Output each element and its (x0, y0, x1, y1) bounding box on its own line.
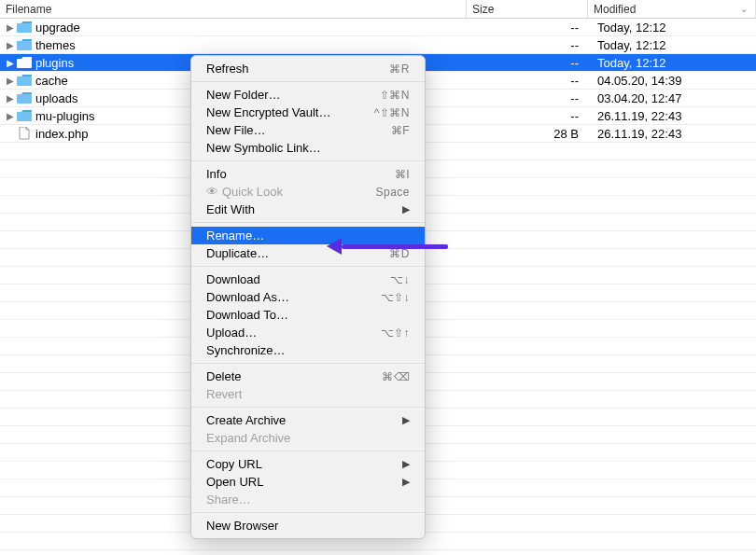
menu-item-label: Open URL (206, 475, 263, 489)
svg-rect-4 (17, 94, 32, 104)
table-row[interactable]: ▶upgrade--Today, 12:12 (0, 19, 756, 36)
menu-item-delete[interactable]: Delete⌘⌫ (191, 368, 425, 385)
menu-item-expand-archive: Expand Archive (191, 429, 425, 447)
menu-item-synchronize[interactable]: Synchronize… (191, 341, 425, 359)
menu-separator (191, 407, 425, 408)
menu-separator (191, 266, 425, 267)
menu-item-label: Revert (206, 387, 242, 401)
menu-item-label: 👁Quick Look (206, 185, 283, 199)
menu-item-edit-with[interactable]: Edit With▶ (191, 201, 425, 218)
menu-item-new-folder[interactable]: New Folder…⇧⌘N (191, 86, 425, 104)
menu-shortcut: ^⇧⌘N (374, 106, 410, 119)
menu-item-label: New File… (206, 123, 266, 137)
menu-item-new-browser[interactable]: New Browser (191, 517, 425, 534)
cell-modified: 04.05.20, 14:39 (588, 74, 756, 88)
cell-filename[interactable]: ▶themes (0, 38, 467, 52)
menu-item-refresh[interactable]: Refresh⌘R (191, 60, 425, 77)
menu-item-open-url[interactable]: Open URL▶ (191, 473, 425, 491)
menu-item-revert: Revert (191, 385, 425, 403)
menu-item-info[interactable]: Info⌘I (191, 165, 425, 183)
menu-separator (191, 451, 425, 451)
header-size[interactable]: Size (467, 0, 588, 18)
folder-icon (17, 56, 32, 69)
menu-item-label: Upload… (206, 326, 257, 340)
header-modified-label: Modified (594, 3, 636, 16)
file-name: upgrade (35, 21, 80, 35)
menu-item-download-to[interactable]: Download To… (191, 306, 425, 324)
menu-item-label: New Encrypted Vault… (206, 105, 330, 119)
menu-shortcut: ⌥⇧↑ (381, 326, 411, 340)
menu-shortcut: ⌘R (389, 62, 410, 76)
folder-icon (17, 91, 32, 104)
svg-rect-5 (17, 112, 32, 121)
menu-item-label: Download As… (206, 290, 289, 304)
column-header: Filename Size Modified ⌄ (0, 0, 756, 19)
header-filename[interactable]: Filename (0, 0, 467, 18)
svg-rect-3 (17, 76, 32, 86)
header-modified[interactable]: Modified ⌄ (588, 0, 756, 18)
menu-separator (191, 512, 425, 513)
disclosure-triangle-icon[interactable]: ▶ (6, 40, 15, 50)
file-name: cache (35, 74, 68, 88)
menu-item-label: Copy URL (206, 457, 262, 471)
cell-modified: 26.11.19, 22:43 (588, 127, 756, 141)
folder-icon (17, 38, 32, 51)
folder-icon (17, 109, 32, 122)
menu-item-create-archive[interactable]: Create Archive▶ (191, 411, 425, 429)
annotation-arrow (327, 239, 448, 254)
cell-size: -- (467, 38, 588, 52)
menu-item-label: New Browser (206, 519, 278, 533)
menu-item-copy-url[interactable]: Copy URL▶ (191, 455, 425, 473)
menu-shortcut: Space (375, 186, 410, 199)
chevron-right-icon: ▶ (402, 476, 410, 488)
cell-modified: Today, 12:12 (588, 21, 756, 35)
menu-item-label: Download To… (206, 308, 288, 322)
menu-item-label: Synchronize… (206, 343, 286, 357)
disclosure-triangle-icon[interactable]: ▶ (6, 58, 15, 68)
menu-item-new-encrypted-vault[interactable]: New Encrypted Vault…^⇧⌘N (191, 104, 425, 121)
menu-item-download-as[interactable]: Download As…⌥⇧↓ (191, 288, 425, 306)
disclosure-triangle-icon[interactable]: ▶ (6, 93, 15, 104)
menu-item-upload[interactable]: Upload…⌥⇧↑ (191, 324, 425, 341)
menu-item-label: Info (206, 167, 227, 181)
folder-icon (17, 21, 32, 34)
svg-rect-2 (17, 59, 32, 68)
cell-size: -- (467, 74, 588, 88)
file-name: themes (35, 38, 76, 52)
menu-item-label: New Folder… (206, 88, 280, 102)
menu-item-new-file[interactable]: New File…⌘F (191, 121, 425, 139)
disclosure-triangle-icon[interactable]: ▶ (6, 22, 15, 33)
menu-item-new-symbolic-link[interactable]: New Symbolic Link… (191, 139, 425, 157)
table-row[interactable]: ▶themes--Today, 12:12 (0, 36, 756, 54)
menu-item-label: Duplicate… (206, 246, 269, 260)
cell-size: 28 B (467, 127, 588, 141)
svg-rect-0 (17, 23, 32, 33)
menu-item-label: Rename… (206, 229, 264, 243)
menu-item-label: Delete (206, 369, 242, 383)
chevron-right-icon: ▶ (402, 203, 410, 215)
file-name: index.php (35, 127, 88, 141)
menu-item-share: Share… (191, 491, 425, 508)
file-name: plugins (35, 56, 74, 70)
chevron-right-icon: ▶ (402, 458, 410, 470)
menu-item-label: Refresh (206, 62, 249, 76)
cell-modified: Today, 12:12 (588, 56, 756, 70)
disclosure-triangle-icon[interactable]: ▶ (6, 111, 15, 121)
cell-modified: 26.11.19, 22:43 (588, 109, 756, 123)
menu-item-label: New Symbolic Link… (206, 141, 321, 155)
menu-shortcut: ⇧⌘N (380, 89, 410, 102)
disclosure-triangle-icon[interactable]: ▶ (6, 76, 15, 86)
file-name: mu-plugins (35, 109, 95, 123)
menu-item-label: Create Archive (206, 413, 286, 427)
menu-shortcut: ⌥⇧↓ (381, 291, 411, 304)
menu-item-label: Expand Archive (206, 431, 290, 445)
cell-size: -- (467, 21, 588, 35)
svg-rect-1 (17, 41, 32, 50)
menu-item-label: Download (206, 272, 260, 286)
menu-item-download[interactable]: Download⌥↓ (191, 271, 425, 288)
cell-filename[interactable]: ▶upgrade (0, 21, 467, 35)
menu-separator (191, 222, 425, 223)
cell-size: -- (467, 56, 588, 70)
context-menu[interactable]: Refresh⌘RNew Folder…⇧⌘NNew Encrypted Vau… (190, 55, 426, 539)
menu-separator (191, 81, 425, 82)
